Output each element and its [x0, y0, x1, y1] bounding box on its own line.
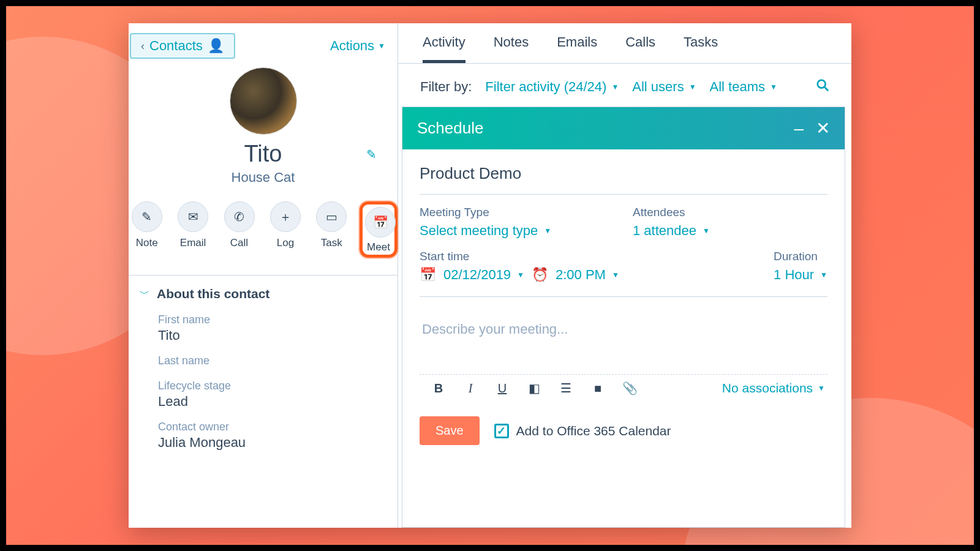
- note-icon: ✎: [141, 209, 152, 224]
- filter-row: Filter by: Filter activity (24/24) ▼ All…: [398, 64, 851, 107]
- edit-name-button[interactable]: ✎: [366, 147, 377, 162]
- search-icon: [816, 78, 829, 92]
- search-button[interactable]: [816, 78, 829, 96]
- start-time-label: Start time: [420, 250, 737, 263]
- last-name-label: Last name: [158, 354, 380, 367]
- italic-button[interactable]: I: [462, 381, 478, 395]
- list-button[interactable]: ☰: [558, 381, 574, 395]
- associations-label: No associations: [722, 381, 813, 395]
- owner-value: Julia Mongeau: [158, 435, 380, 451]
- meeting-type-label: Meeting Type: [420, 206, 614, 219]
- start-time-picker[interactable]: 2:00 PM ▼: [556, 267, 619, 283]
- start-date-picker[interactable]: 02/12/2019 ▼: [443, 267, 524, 283]
- caret-down-icon: ▼: [703, 227, 710, 235]
- action-meet-highlighted[interactable]: 📅 Meet: [360, 201, 398, 258]
- action-note-label: Note: [129, 237, 165, 249]
- back-to-contacts-button[interactable]: ‹ Contacts 👤: [130, 33, 235, 59]
- about-section-toggle[interactable]: ﹀ About this contact: [129, 287, 398, 301]
- filter-teams-dropdown[interactable]: All teams ▼: [710, 79, 777, 95]
- task-icon: ▭: [326, 209, 337, 224]
- filter-activity-dropdown[interactable]: Filter activity (24/24) ▼: [485, 79, 619, 95]
- filter-teams-label: All teams: [710, 79, 765, 95]
- start-date-value: 02/12/2019: [443, 267, 511, 283]
- field-first-name[interactable]: First name Tito: [158, 313, 380, 343]
- eraser-button[interactable]: ◧: [526, 381, 542, 395]
- field-lifecycle[interactable]: Lifecycle stage Lead: [158, 380, 380, 410]
- meeting-title-input[interactable]: Product Demo: [420, 164, 827, 183]
- minimize-button[interactable]: –: [794, 119, 804, 138]
- activity-panel: Activity Notes Emails Calls Tasks Filter…: [398, 23, 851, 528]
- attachment-button[interactable]: 📎: [622, 381, 638, 395]
- start-time-value: 2:00 PM: [556, 267, 606, 283]
- action-email[interactable]: ✉ Email: [175, 201, 211, 258]
- caret-down-icon: ▼: [689, 83, 696, 91]
- divider: [420, 194, 827, 195]
- divider: [420, 296, 827, 297]
- underline-button[interactable]: U: [494, 381, 510, 395]
- schedule-panel-header: Schedule – ✕: [402, 107, 845, 149]
- close-button[interactable]: ✕: [816, 118, 830, 138]
- contact-name: Tito: [244, 141, 282, 167]
- action-note[interactable]: ✎ Note: [129, 201, 165, 258]
- first-name-value: Tito: [158, 328, 380, 343]
- lifecycle-label: Lifecycle stage: [158, 380, 380, 392]
- svg-point-0: [818, 80, 826, 88]
- action-log-label: Log: [267, 237, 303, 249]
- tab-activity[interactable]: Activity: [423, 34, 466, 63]
- action-task[interactable]: ▭ Task: [314, 201, 350, 258]
- clock-icon: ⏰: [532, 267, 548, 283]
- bold-button[interactable]: B: [431, 381, 447, 395]
- email-icon: ✉: [188, 209, 198, 224]
- about-fields: First name Tito Last name Lifecycle stag…: [129, 301, 398, 451]
- attendees-dropdown[interactable]: 1 attendee ▼: [633, 223, 827, 239]
- schedule-panel: Schedule – ✕ Product Demo Meeting Type S…: [402, 107, 845, 528]
- video-button[interactable]: ■: [590, 381, 606, 395]
- filter-users-label: All users: [632, 79, 684, 95]
- tab-notes[interactable]: Notes: [494, 34, 529, 63]
- actions-menu[interactable]: Actions ▼: [330, 38, 385, 54]
- divider: [129, 275, 398, 276]
- schedule-header-title: Schedule: [417, 119, 483, 138]
- caret-down-icon: ▼: [517, 271, 524, 279]
- add-to-calendar-checkbox[interactable]: ✓ Add to Office 365 Calendar: [494, 424, 671, 438]
- action-log[interactable]: ＋ Log: [267, 201, 303, 258]
- caret-down-icon: ▼: [820, 271, 827, 279]
- contact-avatar[interactable]: [230, 67, 297, 135]
- save-button[interactable]: Save: [420, 416, 480, 445]
- action-task-label: Task: [314, 237, 350, 249]
- owner-label: Contact owner: [158, 421, 380, 433]
- tab-calls[interactable]: Calls: [625, 34, 655, 63]
- caret-down-icon: ▼: [818, 384, 825, 392]
- caret-down-icon: ▼: [378, 42, 385, 50]
- filter-users-dropdown[interactable]: All users ▼: [632, 79, 696, 95]
- meeting-type-dropdown[interactable]: Select meeting type ▼: [420, 223, 614, 239]
- person-icon: 👤: [208, 38, 224, 54]
- caret-down-icon: ▼: [770, 83, 777, 91]
- action-call[interactable]: ✆ Call: [221, 201, 257, 258]
- duration-dropdown[interactable]: 1 Hour ▼: [774, 267, 827, 283]
- tab-tasks[interactable]: Tasks: [684, 34, 718, 63]
- back-label: Contacts: [149, 38, 203, 54]
- about-section-title: About this contact: [157, 287, 270, 301]
- quick-action-row: ✎ Note ✉ Email ✆ Call ＋ Log ▭ Task: [129, 201, 398, 258]
- attendees-label: Attendees: [633, 206, 827, 219]
- filter-prefix: Filter by:: [420, 79, 472, 95]
- plus-icon: ＋: [279, 209, 292, 225]
- tab-emails[interactable]: Emails: [557, 34, 597, 63]
- action-meet-label: Meet: [365, 241, 392, 253]
- phone-icon: ✆: [234, 209, 244, 224]
- chevron-down-icon: ﹀: [140, 288, 149, 301]
- field-owner[interactable]: Contact owner Julia Mongeau: [158, 421, 380, 451]
- first-name-label: First name: [158, 313, 380, 326]
- contact-subtitle: House Cat: [129, 170, 398, 186]
- attendees-value: 1 attendee: [633, 223, 696, 239]
- field-last-name[interactable]: Last name: [158, 354, 380, 369]
- meeting-description-input[interactable]: Describe your meeting...: [420, 308, 827, 374]
- filter-activity-label: Filter activity (24/24): [485, 79, 606, 95]
- caret-down-icon: ▼: [611, 83, 619, 91]
- duration-label: Duration: [774, 250, 827, 263]
- lifecycle-value: Lead: [158, 394, 380, 410]
- editor-toolbar: B I U ◧ ☰ ■ 📎 No associations ▼: [420, 374, 827, 399]
- calendar-icon: 📅: [373, 215, 388, 230]
- associations-dropdown[interactable]: No associations ▼: [722, 381, 825, 395]
